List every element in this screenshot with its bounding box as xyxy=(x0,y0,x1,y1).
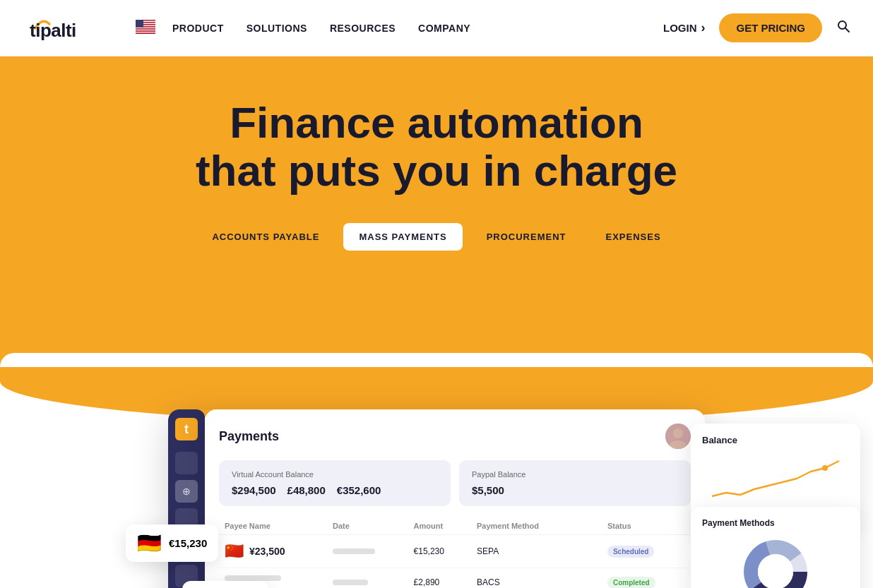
virtual-account-balance: Virtual Account Balance $294,500 £48,800… xyxy=(219,460,451,506)
sidebar-item-1 xyxy=(175,452,198,474)
flag-de: 🇩🇪 xyxy=(137,532,162,555)
floating-card-de: 🇩🇪 €15,230 xyxy=(126,524,218,562)
tab-mass-payments[interactable]: MASS PAYMENTS xyxy=(343,223,462,251)
chart-svg xyxy=(702,454,849,510)
sidebar-item-2: ⊕ xyxy=(175,480,198,503)
col-date: Date xyxy=(327,517,408,535)
hero-section: Finance automation that puts you in char… xyxy=(0,56,873,353)
balance-val-gbp: £48,800 xyxy=(287,484,326,496)
balance-values-2: $5,500 xyxy=(472,484,678,496)
col-amount: Amount xyxy=(408,517,471,535)
nav-right: LOGIN › GET PRICING xyxy=(663,13,850,42)
donut-title: Payment Methods xyxy=(702,518,849,528)
svg-point-25 xyxy=(758,554,793,588)
method-2: BACS xyxy=(471,568,602,589)
svg-rect-14 xyxy=(136,20,143,28)
tab-procurement[interactable]: PROCUREMENT xyxy=(471,223,582,251)
balance-val-usd: $294,500 xyxy=(232,484,276,496)
payments-table: Payee Name Date Amount Payment Method St… xyxy=(219,517,691,588)
svg-text:tipalti: tipalti xyxy=(30,20,76,41)
svg-rect-11 xyxy=(136,30,155,32)
language-selector[interactable] xyxy=(136,20,155,37)
svg-rect-13 xyxy=(136,32,155,34)
amount-eur-1: €15,230 xyxy=(408,535,471,568)
method-1: SEPA xyxy=(471,535,602,568)
table-row: £2,890 BACS Completed xyxy=(219,568,691,589)
panel-title: Payments xyxy=(219,429,279,444)
svg-rect-9 xyxy=(136,28,155,30)
hero-tabs: ACCOUNTS PAYABLE MASS PAYMENTS PROCUREME… xyxy=(23,223,850,251)
get-pricing-button[interactable]: GET PRICING xyxy=(719,13,822,42)
nav-product[interactable]: PRODUCT xyxy=(172,23,224,34)
svg-rect-10 xyxy=(136,29,155,30)
donut-chart xyxy=(740,536,811,588)
nav-company[interactable]: COMPANY xyxy=(418,23,470,34)
balance-val-paypal: $5,500 xyxy=(472,484,504,496)
payee-line xyxy=(225,575,281,581)
payee-cell: 🇨🇳 ¥23,500 xyxy=(225,542,321,560)
balance-values-1: $294,500 £48,800 €352,600 xyxy=(232,484,438,496)
balance-cards: Virtual Account Balance $294,500 £48,800… xyxy=(219,460,691,506)
tab-expenses[interactable]: EXPENSES xyxy=(590,223,677,251)
table-row: 🇨🇳 ¥23,500 €15,230 SEPA xyxy=(219,535,691,568)
col-payee: Payee Name xyxy=(219,517,327,535)
status-badge: Completed xyxy=(607,577,655,588)
col-status: Status xyxy=(602,517,691,535)
amount-gbp-2: £2,890 xyxy=(408,568,471,589)
balance-label-1: Virtual Account Balance xyxy=(232,470,438,479)
search-icon[interactable] xyxy=(836,19,850,37)
amount-cny: ¥23,500 xyxy=(249,546,285,557)
amount-de: €15,230 xyxy=(169,537,207,549)
flag-cn: 🇨🇳 xyxy=(225,542,244,560)
tab-accounts-payable[interactable]: ACCOUNTS PAYABLE xyxy=(196,223,335,251)
chart-title: Balance xyxy=(702,435,849,445)
dashboard-section: t ⊕ Payments xyxy=(0,367,873,588)
floating-card-uk: 🇬🇧 £2,890 xyxy=(182,581,269,588)
balance-label-2: Paypal Balance xyxy=(472,470,678,479)
donut-container xyxy=(702,536,849,588)
date-lines xyxy=(333,548,402,554)
panel-header: Payments xyxy=(219,424,691,449)
svg-rect-12 xyxy=(136,31,155,32)
payment-methods-overlay: Payment Methods xyxy=(691,507,860,588)
nav-links: PRODUCT SOLUTIONS RESOURCES COMPANY xyxy=(172,23,663,34)
hero-title: Finance automation that puts you in char… xyxy=(154,99,719,195)
svg-point-18 xyxy=(673,428,683,438)
date-line xyxy=(333,548,375,554)
nav-solutions[interactable]: SOLUTIONS xyxy=(247,23,307,34)
paypal-balance: Paypal Balance $5,500 xyxy=(459,460,691,506)
status-badge: Scheduled xyxy=(607,546,655,558)
col-method: Payment Method xyxy=(471,517,602,535)
sidebar-logo: t xyxy=(175,418,198,440)
avatar xyxy=(665,424,691,449)
svg-line-16 xyxy=(845,28,850,32)
svg-point-20 xyxy=(822,465,828,471)
payments-panel: Payments Virtual Account Balance xyxy=(205,409,705,588)
logo[interactable]: tipalti xyxy=(23,14,107,42)
navbar: tipalti PRODUCT SOLUTIONS RESOURCES COMP… xyxy=(0,0,873,56)
date-line xyxy=(333,580,368,585)
login-button[interactable]: LOGIN › xyxy=(663,20,706,35)
svg-rect-8 xyxy=(136,27,155,28)
nav-resources[interactable]: RESOURCES xyxy=(330,23,396,34)
balance-val-eur: €352,600 xyxy=(337,484,381,496)
